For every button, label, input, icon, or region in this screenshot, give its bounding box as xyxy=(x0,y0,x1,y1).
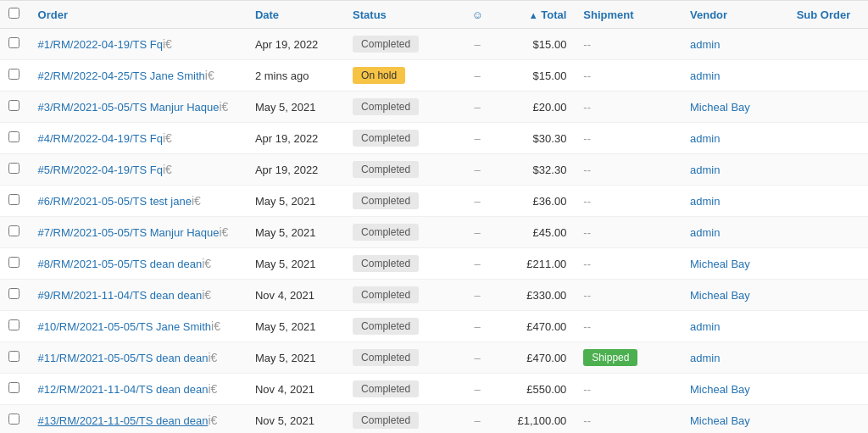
date-cell: May 5, 2021 xyxy=(247,186,344,217)
order-link[interactable]: #13/RM/2021-11-05/TS dean dean xyxy=(38,414,209,427)
order-icons[interactable]: i€ xyxy=(211,319,220,333)
order-link[interactable]: #4/RM/2022-04-19/TS Fq xyxy=(38,132,163,145)
order-link[interactable]: #9/RM/2021-11-04/TS dean dean xyxy=(38,289,203,302)
order-icons[interactable]: i€ xyxy=(202,288,211,302)
select-all-checkbox[interactable] xyxy=(8,8,19,19)
status-header[interactable]: Status xyxy=(344,1,459,29)
order-icons[interactable]: i€ xyxy=(219,225,228,239)
suborder-cell xyxy=(788,311,868,342)
row-checkbox[interactable] xyxy=(8,414,19,425)
status-badge: Completed xyxy=(353,255,419,272)
order-icons[interactable]: i€ xyxy=(202,257,211,270)
order-link[interactable]: #11/RM/2021-05-05/TS dean dean xyxy=(38,352,209,364)
vendor-link[interactable]: Micheal Bay xyxy=(690,258,750,270)
vendor-link[interactable]: Micheal Bay xyxy=(690,383,750,396)
table-row: #4/RM/2022-04-19/TS Fq i€Apr 19, 2022Com… xyxy=(0,123,868,154)
order-link[interactable]: #5/RM/2022-04-19/TS Fq xyxy=(38,164,163,176)
order-link[interactable]: #1/RM/2022-04-19/TS Fq xyxy=(38,38,163,51)
status-cell: Completed xyxy=(344,342,459,374)
vendor-link[interactable]: admin xyxy=(690,38,720,51)
shipment-cell: -- xyxy=(575,374,682,405)
shipment-cell: -- xyxy=(575,123,682,154)
vendor-link[interactable]: admin xyxy=(690,226,720,239)
row-checkbox[interactable] xyxy=(8,100,19,111)
table-row: #11/RM/2021-05-05/TS dean dean i€May 5, … xyxy=(0,342,868,374)
order-cell: #10/RM/2021-05-05/TS Jane Smith i€ xyxy=(30,311,247,342)
order-link[interactable]: #3/RM/2021-05-05/TS Manjur Haque xyxy=(38,101,220,114)
vendor-link[interactable]: admin xyxy=(690,320,720,333)
suborder-header[interactable]: Sub Order xyxy=(788,1,868,29)
date-cell: Nov 4, 2021 xyxy=(247,280,344,311)
row-checkbox[interactable] xyxy=(8,131,19,142)
date-cell: May 5, 2021 xyxy=(247,92,344,123)
vendor-link[interactable]: admin xyxy=(690,195,720,208)
vendor-link[interactable]: admin xyxy=(690,132,720,145)
order-link[interactable]: #8/RM/2021-05-05/TS dean dean xyxy=(38,258,203,270)
row-checkbox-cell[interactable] xyxy=(0,123,30,154)
row-checkbox[interactable] xyxy=(8,37,19,48)
order-cell: #2/RM/2022-04-25/TS Jane Smith i€ xyxy=(30,60,247,92)
date-header[interactable]: Date xyxy=(247,1,344,29)
order-header[interactable]: Order xyxy=(30,1,247,29)
row-checkbox-cell[interactable] xyxy=(0,374,30,405)
status-cell: Completed xyxy=(344,186,459,217)
row-checkbox[interactable] xyxy=(8,257,19,268)
date-cell: Apr 19, 2022 xyxy=(247,123,344,154)
vendor-link[interactable]: admin xyxy=(690,352,720,364)
row-checkbox[interactable] xyxy=(8,163,19,174)
total-header[interactable]: ▲ Total xyxy=(495,1,575,29)
order-link[interactable]: #10/RM/2021-05-05/TS Jane Smith xyxy=(38,320,212,333)
order-icons[interactable]: i€ xyxy=(205,69,214,82)
order-icons[interactable]: i€ xyxy=(208,382,217,396)
row-checkbox[interactable] xyxy=(8,319,19,330)
order-link[interactable]: #7/RM/2021-05-05/TS Manjur Haque xyxy=(38,226,220,239)
order-icons[interactable]: i€ xyxy=(163,163,172,176)
status-cell: On hold xyxy=(344,60,459,92)
vendor-link[interactable]: Micheal Bay xyxy=(690,289,750,302)
order-link[interactable]: #6/RM/2021-05-05/TS test jane xyxy=(38,195,192,208)
date-cell: 2 mins ago xyxy=(247,60,344,92)
order-icons[interactable]: i€ xyxy=(208,414,217,427)
table-row: #1/RM/2022-04-19/TS Fq i€Apr 19, 2022Com… xyxy=(0,29,868,60)
row-checkbox-cell[interactable] xyxy=(0,29,30,60)
row-checkbox[interactable] xyxy=(8,288,19,299)
vendor-link[interactable]: Micheal Bay xyxy=(690,101,750,114)
date-cell: May 5, 2021 xyxy=(247,217,344,248)
row-checkbox[interactable] xyxy=(8,382,19,393)
order-icons[interactable]: i€ xyxy=(163,37,172,51)
row-checkbox-cell[interactable] xyxy=(0,280,30,311)
status-cell: Completed xyxy=(344,248,459,280)
row-checkbox-cell[interactable] xyxy=(0,342,30,374)
row-checkbox-cell[interactable] xyxy=(0,92,30,123)
row-checkbox[interactable] xyxy=(8,194,19,205)
row-checkbox-cell[interactable] xyxy=(0,311,30,342)
order-link[interactable]: #2/RM/2022-04-25/TS Jane Smith xyxy=(38,69,205,82)
vendor-link[interactable]: admin xyxy=(690,69,720,82)
row-checkbox-cell[interactable] xyxy=(0,60,30,92)
shipment-header[interactable]: Shipment xyxy=(575,1,682,29)
row-checkbox-cell[interactable] xyxy=(0,186,30,217)
row-checkbox[interactable] xyxy=(8,225,19,236)
status-cell: Completed xyxy=(344,217,459,248)
order-link[interactable]: #12/RM/2021-11-04/TS dean dean xyxy=(38,383,209,396)
vendor-link[interactable]: admin xyxy=(690,164,720,176)
vendor-header[interactable]: Vendor xyxy=(682,1,788,29)
order-icons[interactable]: i€ xyxy=(208,351,217,364)
order-icons[interactable]: i€ xyxy=(192,194,201,208)
shipment-cell: -- xyxy=(575,186,682,217)
row-checkbox[interactable] xyxy=(8,351,19,362)
shipment-cell: -- xyxy=(575,405,682,434)
row-checkbox[interactable] xyxy=(8,69,19,80)
row-checkbox-cell[interactable] xyxy=(0,248,30,280)
select-all-header[interactable] xyxy=(0,1,30,29)
order-icons[interactable]: i€ xyxy=(219,100,228,114)
shipment-cell: -- xyxy=(575,60,682,92)
vendor-link[interactable]: Micheal Bay xyxy=(690,414,750,427)
row-checkbox-cell[interactable] xyxy=(0,405,30,434)
row-checkbox-cell[interactable] xyxy=(0,154,30,186)
order-icons[interactable]: i€ xyxy=(163,131,172,145)
row-checkbox-cell[interactable] xyxy=(0,217,30,248)
vendor-cell: admin xyxy=(682,29,788,60)
date-cell: May 5, 2021 xyxy=(247,248,344,280)
order-cell: #13/RM/2021-11-05/TS dean dean i€ xyxy=(30,405,247,434)
